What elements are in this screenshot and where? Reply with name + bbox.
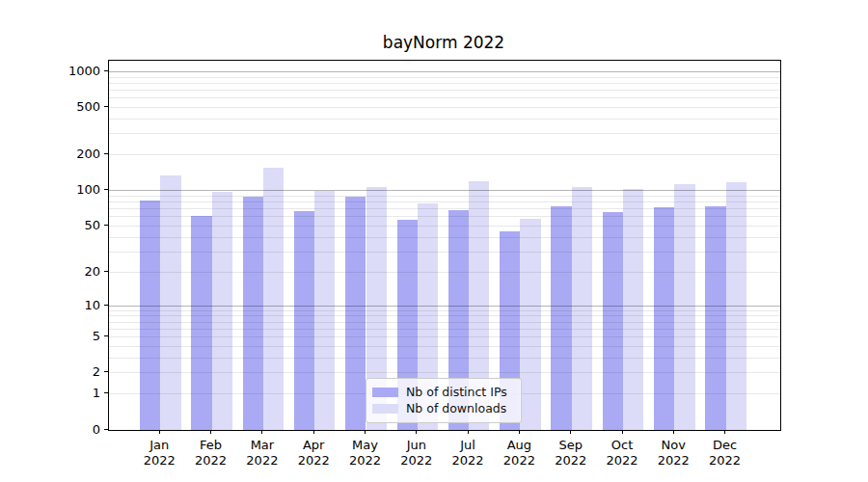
bar-apr-distinct-ips [294,211,314,430]
y-tick-label: 2 [33,365,100,378]
x-tick-month: Jan [130,438,188,453]
x-tick-year: 2022 [130,453,188,469]
minor-gridline [109,346,780,347]
minor-gridline [109,201,780,202]
x-tick-month: Feb [182,438,240,453]
y-tick-label: 100 [33,183,100,196]
y-tick-mark [104,305,108,306]
x-tick-month: May [337,438,394,453]
minor-gridline [109,90,780,91]
x-tick-year: 2022 [182,453,240,469]
y-tick-mark [104,429,108,430]
legend: Nb of distinct IPs Nb of downloads [366,378,522,423]
x-tick-month: Dec [696,438,754,453]
minor-gridline [109,77,780,78]
x-tick-month: Apr [285,438,342,453]
bar-mar-distinct-ips [243,197,263,430]
y-tick-mark [104,153,108,154]
x-tick-label-may: May2022 [337,438,394,469]
x-tick-year: 2022 [439,453,497,469]
y-tick-mark [104,225,108,226]
x-tick-year: 2022 [644,453,702,469]
minor-gridline [109,315,780,316]
legend-swatch-distinct-ips [372,388,398,397]
y-tick-label: 1000 [33,65,100,77]
y-tick-mark [104,335,108,336]
y-tick-mark [104,189,108,190]
y-tick-mark [104,70,108,71]
x-tick-mark [519,430,520,434]
y-tick-label: 50 [33,219,100,231]
minor-gridline [109,208,780,209]
x-tick-month: Mar [233,438,291,453]
minor-gridline [109,226,780,227]
minor-gridline [109,154,780,155]
chart-title: bayNorm 2022 [108,33,779,52]
x-tick-mark [724,430,725,434]
y-tick-label: 0 [33,423,100,436]
x-tick-label-aug: Aug2022 [490,438,548,469]
y-tick-label: 10 [33,299,100,311]
figure: bayNorm 2022 Nb of distinct IPs Nb of do… [0,0,868,482]
minor-gridline [109,272,780,273]
bar-feb-distinct-ips [191,216,211,430]
x-tick-mark [365,430,366,434]
y-tick-label: 1 [33,387,100,399]
y-tick-mark [104,371,108,372]
minor-gridline [109,372,780,373]
x-tick-year: 2022 [285,453,342,469]
minor-gridline [109,358,780,359]
major-gridline [109,190,780,191]
y-tick-label: 20 [33,265,100,278]
x-tick-year: 2022 [233,453,291,469]
x-tick-mark [468,430,469,434]
minor-gridline [109,322,780,323]
x-tick-label-jun: Jun2022 [388,438,446,469]
legend-item-distinct-ips: Nb of distinct IPs [372,384,513,400]
y-tick-label: 500 [33,100,100,113]
x-tick-year: 2022 [490,453,548,469]
major-gridline [109,71,780,72]
x-tick-label-jan: Jan2022 [130,438,188,469]
minor-gridline [109,336,780,337]
y-tick-mark [104,271,108,272]
x-tick-month: Sep [542,438,600,453]
bar-mar-downloads [263,168,284,430]
x-tick-mark [673,430,674,434]
minor-gridline [109,83,780,84]
x-tick-label-apr: Apr2022 [285,438,342,469]
minor-gridline [109,252,780,253]
y-tick-mark [104,106,108,107]
x-tick-month: Nov [644,438,702,453]
x-tick-label-sep: Sep2022 [542,438,600,469]
minor-gridline [109,237,780,238]
x-tick-year: 2022 [337,453,394,469]
y-tick-label: 200 [33,147,100,160]
major-gridline [109,306,780,307]
bar-jan-downloads [160,175,180,430]
minor-gridline [109,329,780,330]
minor-gridline [109,97,780,98]
bar-aug-downloads [520,219,540,430]
x-tick-label-oct: Oct2022 [593,438,651,469]
x-tick-mark [622,430,623,434]
x-tick-mark [416,430,417,434]
x-tick-year: 2022 [542,453,600,469]
x-tick-mark [159,430,160,434]
legend-item-downloads: Nb of downloads [372,400,513,416]
legend-label-distinct-ips: Nb of distinct IPs [406,385,507,399]
x-tick-month: Aug [490,438,548,453]
minor-gridline [109,119,780,120]
x-tick-label-nov: Nov2022 [644,438,702,469]
plot-area: Nb of distinct IPs Nb of downloads [108,60,781,431]
bar-nov-distinct-ips [654,207,674,430]
x-tick-month: Jul [439,438,497,453]
minor-gridline [109,216,780,217]
bar-dec-distinct-ips [705,206,725,430]
bar-sep-distinct-ips [551,206,571,430]
x-tick-label-mar: Mar2022 [233,438,291,469]
bar-may-distinct-ips [345,197,366,430]
x-tick-mark [570,430,571,434]
x-tick-label-jul: Jul2022 [439,438,497,469]
legend-label-downloads: Nb of downloads [406,401,506,415]
